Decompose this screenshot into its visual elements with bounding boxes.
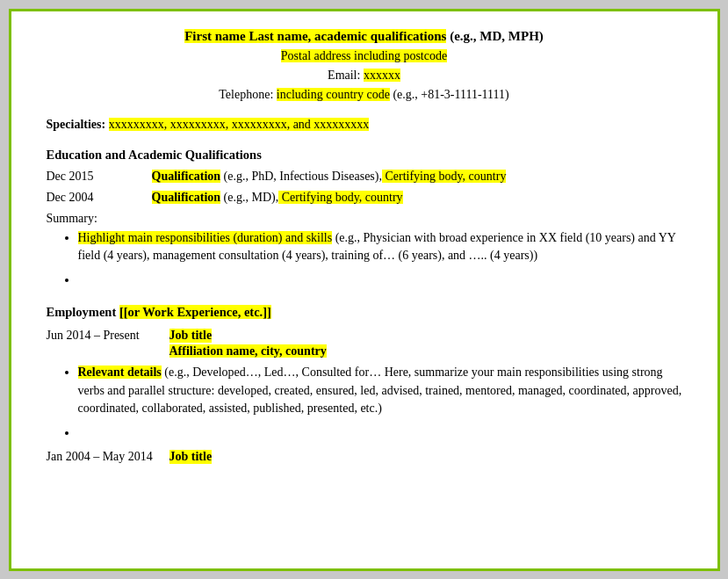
edu-row-1: Dec 2015 Qualification (e.g., PhD, Infec… [47, 170, 682, 184]
summary-list: Highlight main responsibilities (duratio… [47, 229, 682, 290]
phone-label: Telephone: [219, 88, 273, 101]
affiliation-highlight-1: Affiliation name, city, country [169, 344, 327, 358]
qual-highlight-2: Qualification [152, 191, 221, 204]
summary-bullet-1: Highlight main responsibilities (duratio… [78, 229, 682, 265]
edu-date-2: Dec 2004 [47, 191, 152, 205]
summary-bullet-2 [78, 271, 682, 289]
summary-section: Summary: Highlight main responsibilities… [47, 212, 682, 290]
employment-section: Employment [[or Work Experience, etc.]] … [47, 305, 682, 463]
specialties-label: Specialties: [47, 118, 106, 131]
header-section: First name Last name, academic qualifica… [47, 29, 682, 102]
employment-label: Employment [47, 305, 119, 319]
name-line: First name Last name, academic qualifica… [47, 29, 682, 44]
edu-detail-2: Qualification (e.g., MD), Certifying bod… [152, 191, 682, 205]
education-section: Education and Academic Qualifications De… [47, 148, 682, 290]
edu-row-2: Dec 2004 Qualification (e.g., MD), Certi… [47, 191, 682, 205]
last-job-date: Jan 2004 – May 2014 [47, 450, 169, 464]
qual-suffix-2: (e.g., MD), [220, 191, 278, 204]
country-highlight-2: country [362, 191, 402, 204]
country-highlight-1: country [465, 170, 506, 183]
emp-list-1: Relevant details (e.g., Developed…, Led…… [47, 364, 682, 442]
qual-suffix-1: (e.g., PhD, Infectious Diseases), [220, 170, 382, 183]
employment-title: Employment [[or Work Experience, etc.]] [47, 305, 682, 320]
cert-highlight-1: Certifying body, [382, 170, 465, 183]
resume-page: First name Last name, academic qualifica… [9, 9, 720, 571]
phone-line: Telephone: including country code (e.g.,… [47, 88, 682, 102]
affiliation-row-1: Affiliation name, city, country [169, 344, 682, 358]
cert-highlight-2: Certifying body, [278, 191, 362, 204]
last-job-title: Job title [169, 450, 213, 464]
job-date-1: Jun 2014 – Present [47, 329, 169, 343]
phone-highlight: including country code [277, 88, 390, 101]
emp-bullet-1: Relevant details (e.g., Developed…, Led…… [78, 364, 682, 417]
email-value: xxxxxx [364, 69, 400, 82]
qual-highlight-1: Qualification [152, 170, 221, 183]
name-suffix: (e.g., MD, MPH) [446, 29, 543, 43]
employment-bracket: [[or Work Experience, etc.]] [119, 305, 271, 319]
last-job-row: Jan 2004 – May 2014 Job title [47, 450, 682, 464]
email-label: Email: [328, 69, 360, 82]
email-line: Email: xxxxxx [47, 69, 682, 83]
emp-bullet-2 [78, 424, 682, 442]
relevant-highlight-1: Relevant details [78, 365, 162, 379]
emp-bullet-rest-1: (e.g., Developed…, Led…, Consulted for… … [78, 365, 682, 415]
edu-date-1: Dec 2015 [47, 170, 152, 184]
job-title-1: Job title [169, 329, 213, 343]
phone-suffix: (e.g., +81-3-1111-1111) [390, 88, 509, 101]
name-highlight: First name Last name, academic qualifica… [184, 29, 446, 43]
edu-detail-1: Qualification (e.g., PhD, Infectious Dis… [152, 170, 682, 184]
bullet-highlight-1: Highlight main responsibilities (duratio… [78, 231, 333, 244]
address-line: Postal address including postcode [47, 49, 682, 63]
specialties-section: Specialties: xxxxxxxxx, xxxxxxxxx, xxxxx… [47, 118, 682, 132]
education-title: Education and Academic Qualifications [47, 148, 682, 163]
address-highlight: Postal address including postcode [281, 49, 447, 62]
specialties-values: xxxxxxxxx, xxxxxxxxx, xxxxxxxxx, and xxx… [109, 118, 370, 131]
job-row-1: Jun 2014 – Present Job title [47, 329, 682, 343]
summary-label: Summary: [47, 212, 682, 226]
